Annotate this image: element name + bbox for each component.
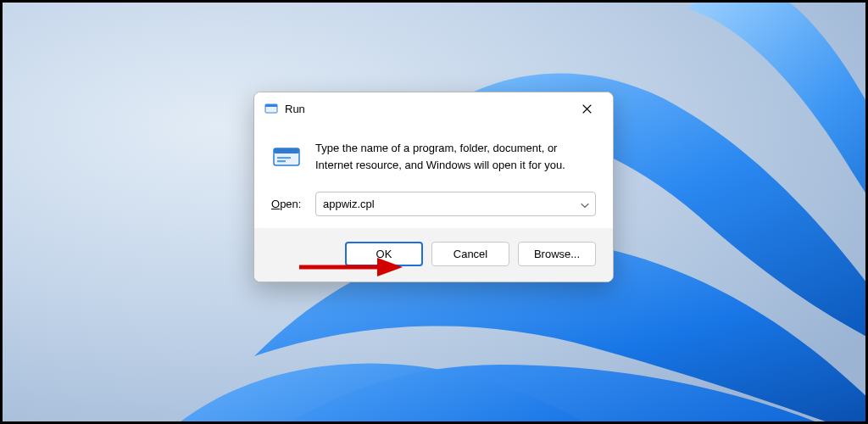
svg-rect-5 — [277, 157, 291, 159]
titlebar[interactable]: Run — [254, 92, 613, 125]
button-bar: OK Cancel Browse... — [254, 228, 613, 282]
run-dialog: Run Type the name of a program, folder, … — [253, 92, 614, 282]
svg-rect-2 — [265, 104, 277, 107]
dialog-title: Run — [285, 103, 569, 115]
svg-rect-4 — [274, 148, 299, 153]
ok-button[interactable]: OK — [345, 242, 423, 266]
open-input[interactable] — [315, 192, 596, 216]
close-button[interactable] — [569, 97, 604, 120]
browse-button[interactable]: Browse... — [518, 242, 596, 266]
open-combobox[interactable] — [315, 192, 596, 216]
close-icon — [582, 104, 592, 114]
run-icon — [271, 142, 302, 172]
dialog-content: Type the name of a program, folder, docu… — [254, 125, 613, 228]
svg-rect-6 — [277, 160, 286, 162]
open-label: Open: — [271, 198, 305, 210]
dialog-description: Type the name of a program, folder, docu… — [315, 140, 596, 173]
cancel-button[interactable]: Cancel — [431, 242, 509, 266]
run-titlebar-icon — [264, 102, 278, 115]
